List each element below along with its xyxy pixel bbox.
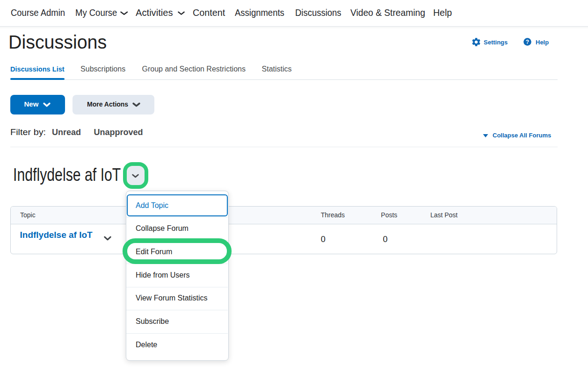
svg-text:?: ? xyxy=(526,39,529,45)
